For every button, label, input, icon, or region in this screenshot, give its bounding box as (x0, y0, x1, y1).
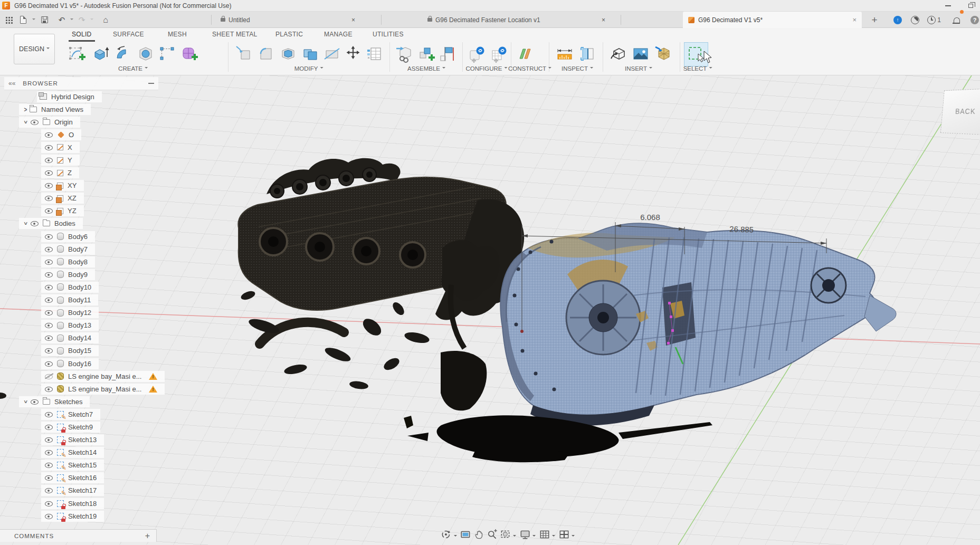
fit-caret-icon[interactable] (513, 535, 516, 538)
browser-item-sketch[interactable]: Sketch15 (41, 459, 163, 472)
visibility-eye-icon[interactable] (45, 461, 53, 469)
visibility-eye-icon[interactable] (31, 219, 39, 227)
redo-icon[interactable]: ↷ (76, 12, 88, 28)
browser-item-body[interactable]: Body9 (41, 268, 163, 281)
browser-item-sketch[interactable]: Sketch7 (41, 408, 163, 420)
split-body-icon[interactable] (322, 44, 341, 63)
visibility-eye-icon[interactable] (45, 207, 53, 215)
visibility-eye-icon[interactable] (45, 474, 53, 482)
browser-item-document-settings[interactable]: Hybrid Design (37, 90, 163, 103)
tab-manage[interactable]: MANAGE (324, 31, 353, 38)
help-icon[interactable]: ? (969, 12, 980, 28)
collapse-panel-icon[interactable]: «« (8, 80, 15, 87)
browser-item-body[interactable]: Body14 (41, 332, 163, 345)
orbit-caret-icon[interactable] (454, 535, 457, 538)
fit-view-icon[interactable] (500, 529, 511, 540)
visibility-eye-icon[interactable] (45, 360, 53, 368)
sweep-icon[interactable] (114, 44, 133, 63)
undo-icon[interactable]: ↶ (56, 12, 68, 28)
browser-item-body[interactable]: Body13 (41, 319, 163, 332)
modify-menu[interactable]: MODIFY (294, 65, 324, 72)
browser-item-sketches[interactable]: Sketches (19, 395, 163, 408)
insert-mesh-icon[interactable] (654, 44, 673, 63)
visibility-eye-icon[interactable] (45, 144, 53, 151)
visibility-eye-icon[interactable] (45, 245, 53, 253)
viewports-caret-icon[interactable] (572, 535, 575, 538)
browser-item-body[interactable]: Body10 (41, 281, 163, 293)
browser-item-plane-xz[interactable]: XZ (41, 192, 163, 205)
browser-item-named-views[interactable]: Named Views (19, 103, 163, 116)
tab-sheet-metal[interactable]: SHEET METAL (212, 31, 258, 38)
tab-surface[interactable]: SURFACE (113, 31, 144, 38)
hole-icon[interactable] (136, 44, 155, 63)
browser-item-mesh-body[interactable]: LS engine bay_Masi e... (41, 370, 163, 383)
visibility-eye-icon[interactable] (45, 347, 53, 355)
visibility-eye-off-icon[interactable] (45, 372, 53, 380)
browser-item-mesh-body[interactable]: LS engine bay_Masi e... (41, 383, 163, 395)
doc-tab-close-icon[interactable]: × (852, 16, 857, 24)
visibility-eye-icon[interactable] (45, 309, 53, 317)
visibility-eye-icon[interactable] (45, 423, 53, 431)
file-menu-caret[interactable] (30, 12, 36, 28)
visibility-eye-icon[interactable] (45, 233, 53, 241)
browser-item-sketch[interactable]: Sketch13 (41, 434, 163, 446)
change-parameters-icon[interactable] (365, 44, 384, 63)
viewports-icon[interactable] (558, 529, 570, 540)
new-tab-icon[interactable]: + (868, 12, 881, 28)
grid-caret-icon[interactable] (552, 535, 555, 538)
browser-item-plane-yz[interactable]: YZ (41, 205, 163, 217)
browser-item-body[interactable]: Body6 (41, 230, 163, 243)
visibility-eye-icon[interactable] (45, 334, 53, 342)
orbit-icon[interactable] (441, 529, 452, 540)
inspect-menu[interactable]: INSPECT (562, 65, 593, 72)
measure-icon[interactable] (555, 44, 574, 63)
construct-plane-icon[interactable] (516, 44, 535, 63)
joint-icon[interactable] (438, 44, 457, 63)
browser-item-body[interactable]: Body12 (41, 307, 163, 319)
zoom-icon[interactable] (487, 529, 498, 540)
shell-icon[interactable] (279, 44, 298, 63)
visibility-eye-icon[interactable] (45, 500, 53, 508)
browser-item-sketch[interactable]: Sketch17 (41, 484, 163, 497)
browser-item-body[interactable]: Body16 (41, 357, 163, 370)
visibility-eye-icon[interactable] (45, 131, 53, 139)
expand-chevron-icon[interactable] (22, 107, 30, 112)
tab-plastic[interactable]: PLASTIC (275, 31, 303, 38)
browser-item-body[interactable]: Body7 (41, 243, 163, 255)
visibility-eye-icon[interactable] (45, 296, 53, 304)
app-grid-icon[interactable] (2, 12, 16, 28)
configure-menu[interactable]: CONFIGURE (466, 65, 508, 72)
browser-item-axis-z[interactable]: Z (41, 167, 163, 179)
insert-derive-icon[interactable] (609, 44, 628, 63)
create-form-icon[interactable] (180, 44, 199, 63)
redo-caret[interactable] (88, 12, 94, 28)
workspace-switcher[interactable]: DESIGN (14, 34, 55, 64)
file-menu-icon[interactable] (17, 12, 30, 28)
create-menu[interactable]: CREATE (118, 65, 148, 72)
sketch-dimension-icon[interactable] (158, 44, 177, 63)
visibility-eye-icon[interactable] (45, 410, 53, 418)
configuration-table-icon[interactable] (490, 44, 509, 63)
visibility-eye-icon[interactable] (45, 385, 53, 393)
restore-button[interactable] (962, 0, 979, 12)
combine-icon[interactable] (301, 44, 320, 63)
visibility-eye-icon[interactable] (45, 271, 53, 279)
look-at-icon[interactable] (460, 529, 472, 540)
construct-menu[interactable]: CONSTRUCT (508, 65, 551, 72)
visibility-eye-icon[interactable] (45, 448, 53, 456)
browser-item-sketch[interactable]: Sketch14 (41, 446, 163, 459)
assemble-menu[interactable]: ASSEMBLE (407, 65, 445, 72)
select-menu[interactable]: SELECT (683, 65, 712, 72)
insert-link-icon[interactable] (395, 44, 414, 63)
new-component-icon[interactable] (417, 44, 436, 63)
visibility-eye-icon[interactable] (45, 512, 53, 520)
save-icon[interactable] (38, 12, 51, 28)
recent-activity-icon[interactable]: 1 (925, 12, 944, 28)
browser-item-sketch[interactable]: Sketch9 (41, 420, 163, 433)
tab-solid[interactable]: SOLID (72, 31, 92, 38)
visibility-eye-icon[interactable] (45, 436, 53, 444)
visibility-eye-icon[interactable] (31, 118, 39, 126)
browser-item-axis-x[interactable]: X (41, 141, 163, 154)
visibility-eye-icon[interactable] (45, 283, 53, 291)
view-cube[interactable]: BACK (940, 88, 980, 135)
